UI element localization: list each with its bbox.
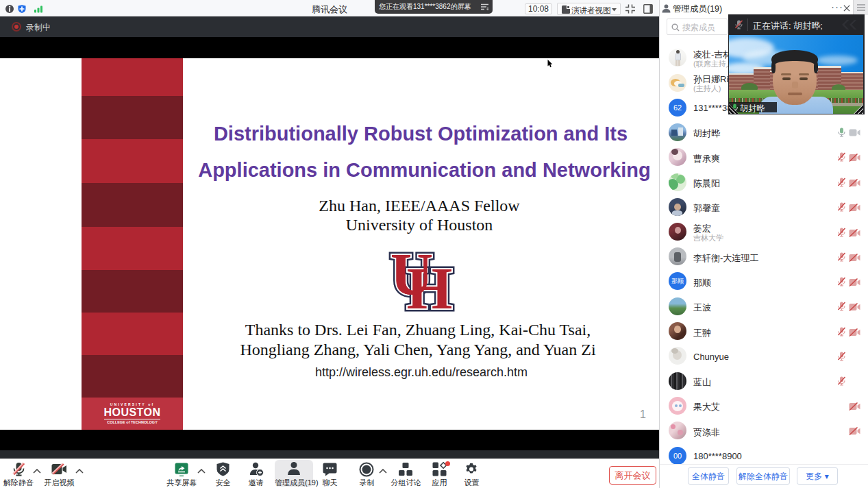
svg-text:U: U: [390, 248, 433, 307]
